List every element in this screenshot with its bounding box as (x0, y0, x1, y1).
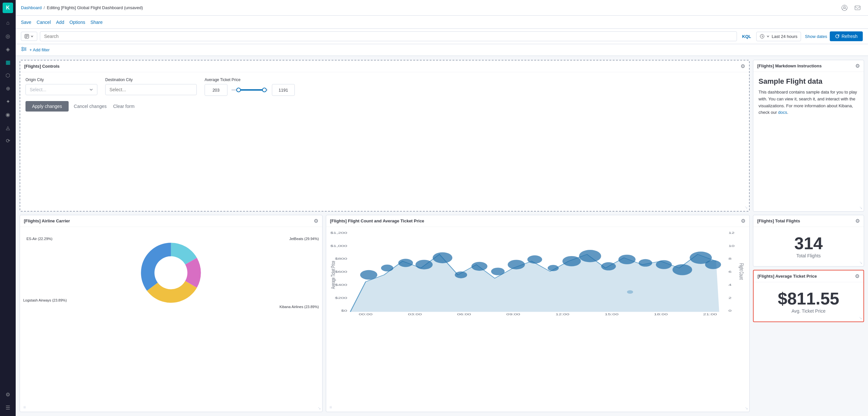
dashboard-icon[interactable]: ▦ (2, 56, 14, 68)
kibana-airlines-label: Kibana Airlines (23.89%) (279, 305, 319, 309)
ticket-price-group: Average Ticket Price 203 1191 (205, 78, 295, 96)
avg-ticket-price-gear-icon[interactable]: ⚙ (855, 273, 860, 279)
bottom-row: [Flights] Airline Carrier ⚙ (20, 215, 864, 412)
bubble (672, 264, 692, 275)
chevron-down-icon (766, 35, 770, 38)
bubble (601, 262, 616, 270)
logstash-airways-label: Logstash Airways (23.89%) (23, 298, 67, 302)
avg-ticket-price-value: $811.55 (778, 290, 839, 307)
share-button[interactable]: Share (91, 18, 103, 26)
svg-text:$0: $0 (341, 309, 347, 312)
dev-tools-icon[interactable]: ⚙ (2, 389, 14, 400)
kibana-logo[interactable]: K (3, 3, 13, 13)
maps-icon[interactable]: ⊕ (2, 82, 14, 94)
controls-panel-header: [Flights] Controls ⚙ (20, 60, 749, 72)
esair-label: ES-Air (22.29%) (27, 237, 52, 241)
flight-count-list-icon[interactable]: ≡ (330, 405, 332, 410)
controls-gear-icon[interactable]: ⚙ (741, 63, 745, 69)
jetbeats-label: JetBeats (29.94%) (289, 237, 319, 241)
svg-text:12:00: 12:00 (555, 313, 569, 316)
add-filter-button[interactable]: + Add filter (29, 48, 50, 52)
airline-carrier-panel: [Flights] Airline Carrier ⚙ (20, 215, 322, 412)
security-icon[interactable]: ◉ (2, 109, 14, 120)
controls-actions: Apply changes Cancel changes Clear form (26, 101, 744, 112)
controls-resize-handle[interactable]: ↘ (744, 205, 748, 210)
kql-badge[interactable]: KQL (740, 33, 754, 40)
flight-count-chart-body: $1,200 $1,000 $800 $600 $400 $200 $0 Ave… (326, 227, 749, 319)
airline-carrier-gear-icon[interactable]: ⚙ (314, 218, 318, 224)
refresh-button[interactable]: Refresh (830, 31, 863, 41)
apply-changes-button[interactable]: Apply changes (26, 101, 69, 112)
markdown-resize-handle[interactable]: ↘ (859, 205, 863, 210)
svg-text:$200: $200 (335, 296, 347, 300)
markdown-gear-icon[interactable]: ⚙ (855, 63, 860, 69)
time-picker[interactable]: Last 24 hours (756, 32, 801, 41)
ticket-price-label: Average Ticket Price (205, 78, 295, 82)
svg-text:15:00: 15:00 (604, 313, 619, 316)
bubble (639, 259, 652, 267)
mail-icon[interactable] (852, 3, 863, 13)
airline-carrier-title: [Flights] Airline Carrier (24, 218, 70, 224)
flight-count-title: [Flights] Flight Count and Average Ticke… (330, 218, 424, 224)
docs-link[interactable]: docs (778, 110, 787, 115)
clear-form-button[interactable]: Clear form (112, 101, 135, 112)
bubble (579, 250, 601, 262)
searchbar: KQL Last 24 hours Show dates Refresh (16, 29, 868, 44)
total-flights-metric: 314 Total Flights (753, 227, 864, 266)
controls-body: Origin City Select... Destination City (20, 72, 749, 117)
flight-count-gear-icon[interactable]: ⚙ (741, 218, 745, 224)
home-icon[interactable]: ⌂ (2, 17, 14, 29)
origin-city-select[interactable]: Select... (26, 84, 97, 95)
slider-track-container[interactable] (230, 87, 269, 93)
total-flights-resize-handle[interactable]: ↘ (859, 260, 863, 265)
breadcrumb-root[interactable]: Dashboard (21, 5, 42, 10)
visualize-icon[interactable]: ◈ (2, 43, 14, 55)
bubble (507, 260, 525, 269)
cancel-button[interactable]: Cancel (37, 18, 51, 26)
apm-icon[interactable]: ◬ (2, 122, 14, 133)
destination-city-input[interactable] (105, 84, 197, 95)
right-col: [Flights] Total Flights ⚙ 314 Total Flig… (753, 215, 864, 412)
svg-text:18:00: 18:00 (654, 313, 668, 316)
svg-text:$400: $400 (335, 283, 347, 287)
discover-icon[interactable]: ◎ (2, 30, 14, 42)
search-type-button[interactable] (21, 32, 37, 41)
options-button[interactable]: Options (69, 18, 85, 26)
origin-city-group: Origin City Select... (26, 78, 97, 95)
avg-ticket-price-resize-handle[interactable]: ↘ (859, 316, 862, 320)
markdown-text: This dashboard contains sample data for … (758, 89, 859, 116)
svg-text:10: 10 (728, 244, 735, 247)
airline-carrier-resize-handle[interactable]: ↘ (318, 406, 321, 411)
svg-text:03:00: 03:00 (408, 313, 422, 316)
controls-row: Origin City Select... Destination City (26, 78, 744, 96)
svg-text:Average Ticket Price: Average Ticket Price (330, 261, 336, 289)
topbar: Dashboard / Editing [Flights] Global Fli… (16, 0, 868, 16)
svg-text:06:00: 06:00 (457, 313, 471, 316)
flight-count-panel: [Flights] Flight Count and Average Ticke… (326, 215, 750, 412)
flight-count-resize-handle[interactable]: ↘ (745, 406, 748, 411)
uptime-icon[interactable]: ⟳ (2, 135, 14, 147)
total-flights-gear-icon[interactable]: ⚙ (855, 218, 860, 224)
settings-icon[interactable]: ☰ (2, 402, 14, 413)
save-button[interactable]: Save (21, 18, 31, 26)
destination-city-group: Destination City (105, 78, 197, 95)
svg-text:$600: $600 (335, 270, 347, 273)
dashboard-canvas: [Flights] Controls ⚙ Origin City Select.… (16, 56, 868, 416)
bubble (491, 268, 504, 275)
cancel-changes-button[interactable]: Cancel changes (72, 101, 108, 112)
search-input[interactable] (40, 31, 737, 41)
bubble (433, 252, 452, 263)
svg-text:4: 4 (728, 283, 732, 287)
bubble (398, 259, 413, 267)
filter-options-icon[interactable] (21, 46, 27, 54)
airline-carrier-list-icon[interactable]: ≡ (23, 405, 26, 410)
donut-hole (155, 257, 188, 290)
canvas-icon[interactable]: ⬡ (2, 69, 14, 81)
avg-ticket-price-header: [Flights] Average Ticket Price ⚙ (754, 270, 863, 282)
add-button[interactable]: Add (56, 18, 64, 26)
user-menu-icon[interactable] (839, 3, 850, 13)
show-dates-button[interactable]: Show dates (805, 34, 827, 39)
svg-text:2: 2 (728, 296, 732, 300)
ml-icon[interactable]: ✦ (2, 95, 14, 107)
bubble (618, 255, 636, 264)
